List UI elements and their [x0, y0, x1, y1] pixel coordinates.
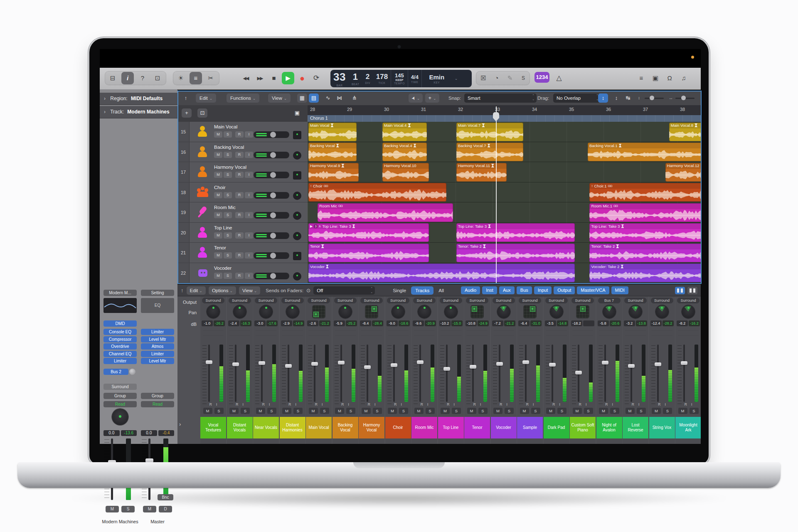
horizontal-zoom-slider[interactable]: ↔ [669, 96, 695, 101]
mixer-channel-strip[interactable]: Surround -6.4 -31.0 R I M S Sample [517, 296, 543, 444]
pan-control[interactable] [385, 303, 411, 320]
input-monitor-button[interactable]: I [427, 402, 428, 407]
volume-db-value[interactable]: -2.6 [307, 320, 318, 326]
setting-button[interactable]: Modern M... [103, 290, 137, 296]
grid-view-icon[interactable]: ▦ [297, 94, 307, 103]
quantize-icon[interactable] [482, 123, 485, 127]
list-editors-icon[interactable]: ≡ [635, 72, 648, 84]
track-volume-slider[interactable] [254, 273, 289, 279]
region[interactable]: Tenor: Take 2 [589, 244, 702, 262]
mute-button[interactable]: M [214, 131, 222, 138]
flex-icon[interactable]: ↕ [598, 94, 608, 103]
channel-name-label[interactable]: Tenor [464, 417, 490, 438]
solo-button[interactable]: S [224, 232, 232, 239]
record-enable-button[interactable]: R [235, 252, 244, 259]
mute-button[interactable]: M [214, 232, 222, 239]
plugin-slot[interactable]: Level Mtr [141, 358, 174, 364]
crossfade-icon[interactable]: ⋈ [335, 94, 345, 103]
dim-button[interactable]: D [159, 506, 172, 512]
input-monitor-button[interactable]: I [691, 402, 692, 407]
mixer-channel-strip[interactable]: Surround -2.4 -16.3 R I M S Distant Voca… [227, 296, 253, 444]
record-enable-button[interactable]: R [235, 232, 244, 239]
arrange-grid[interactable]: Main VocalMain Vocal.4Main Vocal.7Main V… [308, 122, 702, 283]
track-name[interactable]: Top Line [214, 225, 232, 230]
input-monitor-button[interactable]: I [506, 402, 507, 407]
strip-name[interactable]: Modern Machines [99, 519, 141, 524]
fader-zone[interactable] [255, 345, 277, 402]
region[interactable]: Backing Vocal.4 [382, 143, 427, 161]
track-pan-control[interactable] [293, 151, 301, 160]
volume-db-value[interactable]: -2.4 [228, 320, 239, 326]
strip-name[interactable]: Master [137, 519, 178, 524]
input-monitor-button[interactable]: I [242, 402, 243, 407]
output-button[interactable]: Surround [651, 298, 673, 303]
record-enable-button[interactable]: R [552, 402, 555, 407]
region[interactable]: Harmony Vocal.11 [456, 163, 507, 182]
volume-db-value[interactable]: -8.4 [360, 320, 371, 326]
track-volume-slider[interactable] [254, 212, 289, 219]
secondary-tool-button[interactable]: +⌄ [425, 94, 439, 103]
fader-zone[interactable] [202, 345, 224, 402]
mute-button[interactable]: M [362, 408, 371, 414]
solo-button[interactable]: S [584, 408, 593, 414]
track-header-row[interactable]: 21 Tenor M S R I [177, 243, 308, 263]
sends-area[interactable] [361, 327, 382, 345]
arrange-menu-edit[interactable]: Edit⌄ [196, 94, 216, 103]
record-enable-button[interactable]: R [685, 402, 687, 407]
track-pan-control[interactable] [293, 212, 301, 220]
input-monitor-button[interactable]: I [245, 131, 253, 138]
solo-button[interactable]: S [320, 408, 329, 414]
input-monitor-button[interactable]: I [245, 232, 253, 239]
output-button[interactable]: Surround [413, 298, 436, 303]
record-enable-button[interactable]: R [209, 402, 212, 407]
fader-cap[interactable] [285, 364, 292, 368]
sends-area[interactable] [493, 327, 514, 345]
output-button[interactable]: Surround [624, 298, 647, 303]
quantize-icon[interactable] [483, 244, 486, 248]
pan-control[interactable] [491, 303, 517, 320]
pan-control[interactable] [544, 303, 569, 320]
mute-button[interactable]: M [143, 506, 156, 512]
pan-control[interactable] [675, 303, 701, 320]
quantize-icon[interactable] [488, 224, 491, 228]
surround-pan-pad[interactable] [576, 305, 589, 318]
sends-area[interactable] [467, 327, 488, 345]
output-button[interactable]: Surround [229, 298, 251, 303]
count-in-button[interactable]: 1234 [534, 72, 549, 83]
mixer-channel-strip[interactable]: Surround -1.0 -26.2 R I M S Vocal Textur… [200, 296, 226, 444]
fader-zone[interactable] [519, 345, 541, 402]
input-monitor-button[interactable]: I [245, 252, 253, 259]
arrange-menu-functions[interactable]: Functions⌄ [227, 94, 259, 103]
quantize-icon[interactable] [621, 224, 624, 228]
region[interactable]: Room Mic.1ΩΩ [589, 203, 702, 222]
output-button[interactable]: Surround [545, 298, 568, 303]
plugin-slot[interactable]: Channel EQ [103, 351, 137, 357]
solo-button[interactable]: S [121, 506, 135, 512]
fader-cap[interactable] [575, 371, 582, 374]
region[interactable]: Tenor [308, 244, 429, 262]
record-enable-button[interactable]: R [288, 402, 291, 407]
channel-name-label[interactable]: Near Vocals [253, 417, 279, 438]
channel-name-label[interactable]: Distant Vocals [227, 417, 253, 438]
channel-name-label[interactable]: Main Vocal [306, 417, 332, 438]
record-enable-button[interactable]: R [235, 152, 244, 158]
smart-controls-icon[interactable]: ☀ [175, 72, 187, 84]
fader-zone[interactable] [361, 345, 382, 402]
mute-button[interactable]: M [214, 273, 222, 279]
duplicate-track-button[interactable]: ⊡ [197, 108, 207, 118]
channel-name-label[interactable]: Backing Vocal [332, 417, 358, 438]
scroll-right-icon[interactable]: › [179, 421, 181, 427]
mute-button[interactable]: M [493, 408, 502, 414]
pan-control[interactable] [227, 303, 253, 320]
fader-cap[interactable] [522, 360, 529, 364]
sends-area[interactable] [652, 327, 672, 345]
volume-db-value[interactable]: -7.2 [492, 320, 503, 326]
quantize-icon[interactable] [408, 123, 411, 127]
solo-button[interactable]: S [224, 212, 232, 218]
record-enable-button[interactable]: R [235, 273, 244, 279]
loop-browser-icon[interactable]: Ω [663, 72, 676, 84]
channel-name-label[interactable]: Night of Avalon [596, 417, 622, 438]
mixer-channel-strip[interactable]: Surround -3.2 -13.8 R I M S Lost Reverse [623, 296, 648, 444]
solo-button[interactable]: S [214, 408, 224, 414]
mute-button[interactable]: M [106, 506, 119, 512]
